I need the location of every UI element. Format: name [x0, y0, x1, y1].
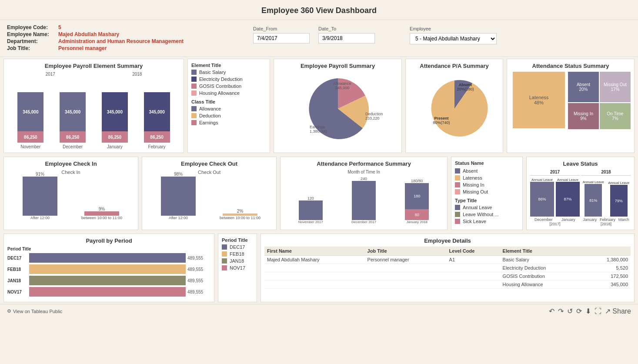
after-bar: [23, 177, 57, 216]
employee-info: Employee Code: 5 Employee Name: Majed Ab…: [7, 24, 184, 52]
between-label: between 10:00 to 11:00: [81, 216, 122, 220]
footer: ⚙ View on Tableau Public ↶ ↷ ↺ ⟳ ⬇ ⛶ ↗ S…: [0, 304, 638, 318]
row3: Payroll by Period Period Title DEC17 489…: [0, 232, 638, 304]
leave-status-chart: 2017 Annual Leave 86% Annual Leave 87% D…: [530, 170, 631, 226]
check-in-panel: Employee Check In Check In 91% After 12:…: [3, 157, 138, 230]
lateness-block: Lateness 48%: [511, 72, 567, 146]
footer-link[interactable]: ⚙ View on Tableau Public: [7, 308, 62, 314]
top-bar: Employee Code: 5 Employee Name: Majed Ab…: [0, 20, 638, 57]
legend-allowance: Allowance: [191, 106, 266, 111]
share-button[interactable]: ↗ Share: [605, 307, 631, 315]
bracket-2018: [2018]: [581, 222, 631, 226]
period-col-label: Period Title: [7, 247, 210, 251]
legend-earnings: Earnings: [191, 120, 266, 125]
dec17-bar: 240 December 2017: [339, 177, 388, 224]
month-label: Month of Time In: [284, 170, 444, 174]
date-from-input[interactable]: [253, 33, 310, 43]
allowance-label: Allowance: [199, 106, 221, 111]
leave-2018-bars: Annual Leave 81% Annual Leave 79%: [581, 177, 631, 217]
fullscreen-button[interactable]: ⛶: [595, 307, 601, 315]
after-bar-group: 91% After 12:00: [11, 172, 69, 220]
bar-label-feb: February: [148, 144, 166, 149]
status-right-col: Absent 20% Missing Out 17% Missing In 9%…: [568, 72, 631, 146]
redo-button[interactable]: ↷: [558, 307, 564, 315]
th-value: [585, 247, 631, 256]
date-to-input[interactable]: [318, 33, 375, 43]
emp-name-label: Employee Name:: [7, 31, 55, 37]
bar-november: 345,000 86,250 November: [11, 92, 50, 149]
period-dec17: DEC17: [222, 244, 253, 250]
year2-label: 2018: [132, 72, 142, 77]
housing-label: Housing Allowance: [199, 90, 240, 96]
footer-controls: ↶ ↷ ↺ ⟳ ⬇ ⛶ ↗ Share: [549, 307, 631, 315]
missing-out-label: Missing Out: [604, 82, 627, 87]
earnings-pie-label: Earnings: [310, 125, 325, 129]
gosis-color: [191, 83, 197, 89]
employee-select[interactable]: 5 - Majed Abdullah Mashary: [410, 33, 497, 44]
bar-label-dec: December: [63, 144, 83, 149]
payroll-pie-title: Employee Payroll Summary: [277, 63, 398, 69]
footer-link-text: View on Tableau Public: [13, 309, 62, 314]
period-nov17: NOV17: [222, 265, 253, 270]
between-out-bar-group: 2% between 10:00 to 11:00: [211, 209, 269, 220]
legend-gosis: GOSIS Contribution: [191, 83, 266, 89]
employee-filter: Employee 5 - Majed Abdullah Mashary: [410, 26, 497, 44]
basic-salary-label: Basic Salary: [199, 70, 226, 75]
check-out-chart: 98% After 12:00 2% between 10:00 to 11:0…: [146, 177, 273, 220]
dashboard-title: Employee 360 View Dashboard: [0, 0, 638, 20]
th-first-name: First Name: [264, 247, 365, 256]
dept-value: Administration and Human Resource Manage…: [58, 38, 184, 44]
bracket-2017: [2017]: [530, 222, 580, 226]
period-jan18: JAN18: [222, 258, 253, 264]
job-label: Job Title:: [7, 45, 55, 51]
employee-filter-label: Employee: [410, 26, 497, 31]
on-time-label: On Time: [607, 111, 624, 116]
date-to-field: Date_To: [318, 26, 375, 43]
missing-out-pct: 17%: [611, 87, 619, 92]
year-labels: 2017 2018: [7, 72, 180, 77]
between-out-label: between 10:00 to 11:00: [220, 216, 261, 220]
after-out-bar: [161, 177, 196, 216]
missing-in-block: Missing In 9%: [568, 103, 599, 129]
leave-status-panel: Leave Status 2017 Annual Leave 86% Annua…: [526, 157, 635, 230]
type-title: Type Title: [455, 198, 519, 203]
on-time-pct: 7%: [612, 116, 618, 121]
allowance-pie-label: Allowance: [333, 81, 351, 86]
pie-container: Allowance 345,000 Deduction 233,220 Earn…: [277, 72, 398, 146]
status-name-title: Status Name: [455, 160, 519, 166]
nov17-row: NOV17 489,555: [7, 287, 210, 297]
date-from-field: Date_From: [253, 26, 310, 43]
attendance-pa-panel: Attendance P/A Summary Absent 20%(180) P…: [405, 59, 503, 153]
type-leave-without: Leave Without ...: [455, 212, 519, 217]
row2: Employee Check In Check In 91% After 12:…: [0, 155, 638, 232]
status-lateness: Lateness: [455, 175, 519, 180]
pa-pie-svg: Absent 20%(180) Present 80%(740): [420, 74, 489, 144]
check-out-title: Employee Check Out: [146, 160, 273, 167]
missing-in-label: Missing In: [574, 111, 593, 116]
revert-button[interactable]: ↺: [567, 307, 573, 315]
bar-label-nov: November: [20, 144, 40, 149]
earnings-color: [191, 120, 197, 125]
legend-electricity: Electricity Deduction: [191, 77, 266, 82]
attend-perf-chart: 120 November 2017 240 December 2017 180/…: [284, 176, 444, 224]
period-legend-panel: Period Title DEC17 FEB18 JAN18 NOV17: [218, 234, 257, 302]
after-pct: 91%: [36, 172, 44, 177]
table-row: Housing Allowance 345,000: [264, 281, 631, 289]
svg-text:80%(740): 80%(740): [433, 120, 450, 125]
period-feb18: FEB18: [222, 251, 253, 257]
allowance-color: [191, 106, 197, 111]
electricity-color: [191, 77, 197, 82]
check-out-panel: Employee Check Out Check Out 98% After 1…: [142, 157, 277, 230]
payroll-period-title: Payroll by Period: [7, 237, 210, 244]
between-bar-group: 9% between 10:00 to 11:00: [73, 207, 131, 220]
legend-housing: Housing Allowance: [191, 90, 266, 96]
check-in-chart: 91% After 12:00 9% between 10:00 to 11:0…: [7, 177, 134, 220]
refresh-button[interactable]: ⟳: [576, 307, 582, 315]
emp-name-value: Majed Abdullah Mashary: [58, 31, 119, 37]
status-name-panel: Status Name Absent Lateness Missing In M…: [451, 157, 523, 230]
leave-status-title: Leave Status: [530, 160, 631, 167]
download-button[interactable]: ⬇: [585, 307, 591, 315]
payroll-pie-svg: Allowance 345,000 Deduction 233,220 Earn…: [301, 72, 375, 146]
leave-2017: 2017 Annual Leave 86% Annual Leave 87% D…: [530, 170, 580, 226]
undo-button[interactable]: ↶: [549, 307, 554, 315]
